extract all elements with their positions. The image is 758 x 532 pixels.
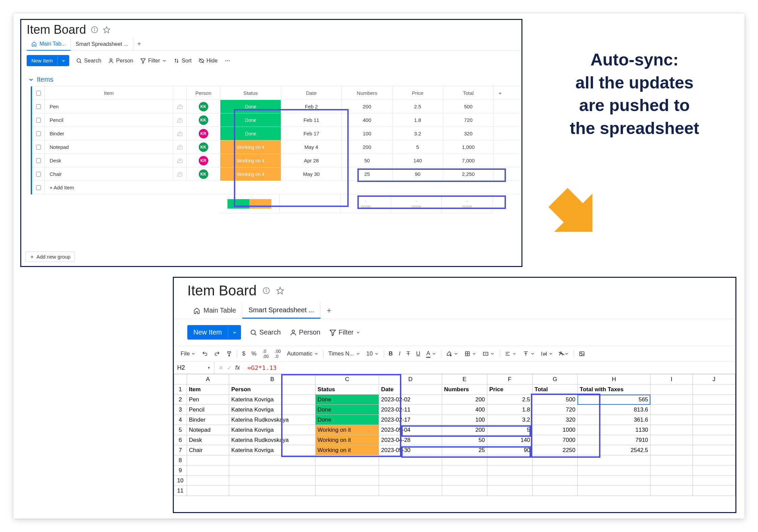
- price-cell[interactable]: 1.8: [392, 113, 443, 127]
- header-cell[interactable]: Person: [229, 384, 316, 395]
- row-header-6[interactable]: 6: [174, 435, 187, 445]
- item-name[interactable]: Chair: [45, 167, 173, 181]
- select-all-checkbox[interactable]: [36, 91, 41, 96]
- more-button[interactable]: [224, 58, 231, 64]
- cell[interactable]: 7000: [532, 435, 577, 445]
- cell[interactable]: Chair: [187, 445, 229, 455]
- hide-button[interactable]: Hide: [198, 58, 218, 64]
- row-header-2[interactable]: 2: [174, 395, 187, 405]
- person-filter[interactable]: Person: [108, 58, 133, 64]
- chat-icon[interactable]: [173, 127, 187, 140]
- row-header-9[interactable]: 9: [174, 466, 187, 476]
- cell[interactable]: 500: [532, 395, 577, 405]
- row-header-1[interactable]: 1: [174, 384, 187, 395]
- item-name[interactable]: Notepad: [45, 140, 173, 154]
- cell[interactable]: Working on it: [315, 425, 379, 435]
- header-cell[interactable]: Status: [315, 384, 379, 395]
- chat-icon[interactable]: [173, 140, 187, 154]
- col-header-G[interactable]: G: [532, 374, 577, 384]
- cell[interactable]: 7910: [577, 435, 650, 445]
- item-name[interactable]: Binder: [45, 127, 173, 140]
- cell[interactable]: 565: [577, 395, 650, 405]
- numbers-cell[interactable]: 50: [342, 154, 392, 167]
- cell[interactable]: 2023-02-11: [379, 405, 442, 415]
- chat-icon[interactable]: [173, 100, 187, 113]
- board-row[interactable]: NotepadKKWorking on itMay 420051,000: [32, 140, 519, 154]
- search-button[interactable]: Search: [76, 58, 101, 64]
- tab-smart-spreadsheet[interactable]: Smart Spreadsheet ...: [242, 302, 321, 319]
- new-item-button[interactable]: New Item: [187, 325, 241, 340]
- col-header-D[interactable]: D: [379, 374, 442, 384]
- chat-icon[interactable]: [173, 154, 187, 167]
- price-cell[interactable]: 3.2: [392, 127, 443, 140]
- paint-format-button[interactable]: [225, 350, 234, 357]
- fill-color-button[interactable]: [445, 350, 460, 357]
- cancel-formula-icon[interactable]: ✕: [218, 364, 223, 372]
- underline-button[interactable]: U: [415, 350, 422, 358]
- add-new-group-button[interactable]: Add new group: [25, 251, 75, 262]
- cell[interactable]: Notepad: [187, 425, 229, 435]
- merge-button[interactable]: [481, 350, 496, 357]
- font-size[interactable]: 10: [365, 350, 380, 358]
- info-icon[interactable]: [263, 287, 270, 294]
- cell[interactable]: Katerina Kovriga: [229, 445, 316, 455]
- cell[interactable]: Binder: [187, 415, 229, 425]
- name-box[interactable]: H2▼: [174, 362, 214, 374]
- chat-icon[interactable]: [173, 113, 187, 127]
- col-header-E[interactable]: E: [442, 374, 487, 384]
- person-cell[interactable]: KK: [187, 140, 220, 154]
- numbers-cell[interactable]: 25: [342, 167, 392, 181]
- cell[interactable]: 50: [442, 435, 487, 445]
- cell[interactable]: 1.8: [487, 405, 532, 415]
- new-item-button[interactable]: New Item: [27, 55, 69, 66]
- row-checkbox[interactable]: [36, 158, 41, 163]
- numbers-cell[interactable]: 100: [342, 127, 392, 140]
- person-cell[interactable]: KR: [187, 154, 220, 167]
- col-price[interactable]: Price: [392, 86, 443, 100]
- numbers-cell[interactable]: 200: [342, 100, 392, 113]
- filter-button[interactable]: Filter: [140, 58, 167, 64]
- price-cell[interactable]: 2.5: [392, 100, 443, 113]
- row-checkbox[interactable]: [36, 104, 41, 109]
- redo-button[interactable]: [213, 350, 221, 357]
- number-format[interactable]: Automatic: [286, 350, 320, 358]
- cell[interactable]: 2023-05-30: [379, 445, 442, 455]
- col-header-J[interactable]: J: [693, 374, 735, 384]
- cell[interactable]: 400: [442, 405, 487, 415]
- cell[interactable]: Katerina Kovriga: [229, 405, 316, 415]
- accept-formula-icon[interactable]: ✓: [227, 364, 232, 372]
- corner-cell[interactable]: [174, 374, 187, 384]
- row-header-10[interactable]: 10: [174, 476, 187, 486]
- row-checkbox[interactable]: [36, 172, 41, 177]
- col-date[interactable]: Date: [281, 86, 342, 100]
- board-row[interactable]: PencilKKDoneFeb 114001.8720: [32, 113, 519, 127]
- formula-input[interactable]: =G2*1.13: [244, 364, 735, 371]
- spreadsheet-grid[interactable]: ABCDEFGHIJ1ItemPersonStatusDateNumbersPr…: [174, 374, 735, 496]
- cell[interactable]: 2023-02-02: [379, 395, 442, 405]
- borders-button[interactable]: [463, 350, 478, 357]
- header-cell[interactable]: Price: [487, 384, 532, 395]
- fx-icon[interactable]: fx: [235, 364, 240, 371]
- board-row[interactable]: ChairKKWorking on itMay 3025902,250: [32, 167, 519, 181]
- status-cell[interactable]: Working on it: [220, 167, 281, 181]
- cell[interactable]: 100: [442, 415, 487, 425]
- cell[interactable]: 720: [532, 405, 577, 415]
- chevron-down-icon[interactable]: [57, 56, 69, 66]
- status-cell[interactable]: Working on it: [220, 154, 281, 167]
- cell[interactable]: 1130: [577, 425, 650, 435]
- row-header-4[interactable]: 4: [174, 415, 187, 425]
- status-cell[interactable]: Done: [220, 100, 281, 113]
- sort-button[interactable]: Sort: [173, 58, 191, 64]
- cell[interactable]: 140: [487, 435, 532, 445]
- add-tab-button[interactable]: +: [133, 40, 145, 48]
- halign-button[interactable]: [503, 350, 518, 357]
- font-family[interactable]: Times N...: [327, 350, 362, 358]
- person-filter[interactable]: Person: [290, 328, 320, 336]
- col-numbers[interactable]: Numbers: [342, 86, 392, 100]
- currency-button[interactable]: $: [241, 350, 246, 358]
- tab-main-table[interactable]: Main Table: [187, 302, 242, 319]
- numbers-cell[interactable]: 400: [342, 113, 392, 127]
- total-cell[interactable]: 720: [443, 113, 494, 127]
- cell[interactable]: Pen: [187, 395, 229, 405]
- star-icon[interactable]: [103, 26, 110, 33]
